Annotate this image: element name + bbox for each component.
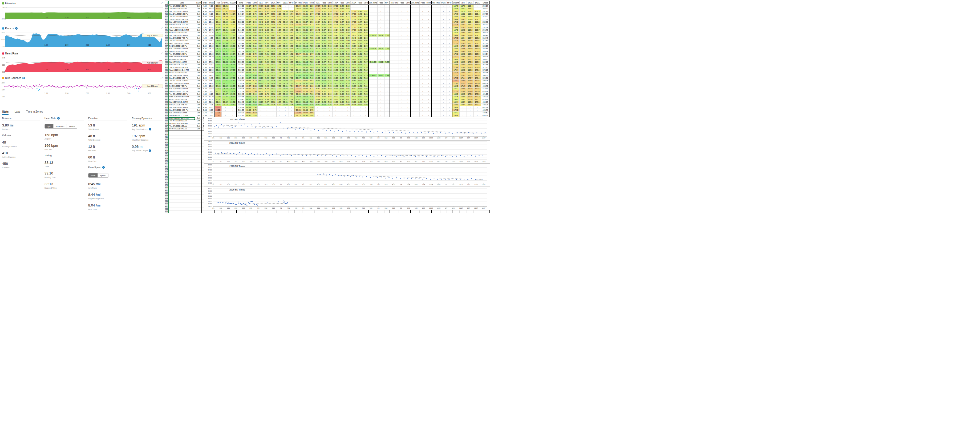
cell[interactable]: - bbox=[384, 40, 390, 42]
cell[interactable]: - bbox=[405, 80, 410, 82]
cell[interactable]: 26.00 bbox=[215, 45, 222, 48]
cell[interactable]: 167.2 bbox=[452, 88, 459, 90]
cell[interactable]: 169.7 bbox=[474, 42, 481, 45]
cell[interactable]: 344.84 bbox=[481, 53, 490, 56]
cell[interactable]: 8:26 bbox=[357, 64, 363, 66]
cell[interactable]: Mon 4/6/2026 9:00 AM bbox=[169, 122, 195, 125]
cell[interactable]: 08:32 bbox=[282, 69, 289, 72]
cell[interactable]: 6.97 bbox=[276, 104, 282, 106]
cell[interactable]: - bbox=[405, 106, 410, 109]
cell[interactable]: 6.84 bbox=[289, 34, 294, 37]
cell[interactable]: - bbox=[399, 13, 405, 16]
cell[interactable]: 8:46 bbox=[321, 96, 327, 98]
cell[interactable]: 08:35 bbox=[270, 96, 276, 98]
table-row[interactable]: 432Fri 2/6/2026 5:40 PMOut5.7121.1127.46… bbox=[165, 58, 490, 61]
cell[interactable]: 167.2 bbox=[452, 112, 459, 114]
cell[interactable]: - bbox=[399, 56, 405, 58]
cell[interactable] bbox=[410, 10, 419, 13]
cell[interactable]: 26:22 bbox=[294, 66, 302, 69]
cell[interactable]: Out bbox=[195, 69, 202, 72]
cell[interactable]: 169.2 bbox=[459, 34, 466, 37]
cell[interactable]: 28.51 bbox=[215, 77, 222, 80]
cell[interactable]: - bbox=[419, 98, 426, 101]
cell[interactable]: 27.25 bbox=[215, 53, 222, 56]
cell[interactable]: 272.02 bbox=[481, 16, 490, 18]
cell[interactable]: - bbox=[327, 109, 332, 112]
cell[interactable]: 168.3 bbox=[466, 13, 474, 16]
cell[interactable]: Out bbox=[195, 66, 202, 69]
cell[interactable]: - bbox=[419, 45, 426, 48]
cell[interactable]: Out bbox=[195, 24, 202, 26]
cell[interactable]: 7.05 bbox=[363, 50, 369, 53]
cell[interactable]: 6.71 bbox=[309, 88, 314, 90]
cell[interactable]: 26:08 bbox=[314, 48, 321, 50]
cell[interactable] bbox=[195, 147, 202, 149]
cell[interactable]: - bbox=[384, 112, 390, 114]
cell[interactable]: - bbox=[270, 109, 276, 112]
cell[interactable]: 08:50 bbox=[282, 29, 289, 32]
cell[interactable] bbox=[410, 66, 419, 69]
cell[interactable] bbox=[431, 8, 440, 10]
cell[interactable]: 08:16 bbox=[302, 96, 309, 98]
cell[interactable] bbox=[369, 26, 377, 29]
cell[interactable]: 169.2 bbox=[466, 29, 474, 32]
cell[interactable]: 7.08 bbox=[252, 48, 258, 50]
cell[interactable]: 25:48 bbox=[294, 69, 302, 72]
cell[interactable]: - bbox=[440, 50, 447, 53]
cell[interactable] bbox=[229, 211, 237, 213]
cell[interactable]: - bbox=[258, 106, 264, 109]
cell[interactable]: 6.90 bbox=[345, 26, 351, 29]
cell[interactable]: - bbox=[426, 48, 431, 50]
cell[interactable] bbox=[369, 114, 377, 117]
cell[interactable]: - bbox=[405, 77, 410, 80]
cell[interactable]: 25:38 bbox=[294, 45, 302, 48]
cell[interactable]: - bbox=[384, 10, 390, 13]
row-header[interactable]: 447 bbox=[165, 98, 169, 101]
cell[interactable] bbox=[410, 48, 419, 50]
cell[interactable] bbox=[431, 16, 440, 18]
cell[interactable]: - bbox=[405, 98, 410, 101]
cell[interactable]: 08:35 bbox=[270, 58, 276, 61]
cell[interactable] bbox=[309, 211, 314, 213]
cell[interactable]: 6.96 bbox=[289, 56, 294, 58]
cell[interactable]: 7.17 bbox=[363, 80, 369, 82]
cell[interactable]: 6.94 bbox=[252, 16, 258, 18]
cell[interactable]: 0:43:44 bbox=[237, 42, 245, 45]
cell[interactable]: 08:26 bbox=[270, 82, 276, 85]
cell[interactable]: 6.97 bbox=[276, 45, 282, 48]
cell[interactable]: 08:46 bbox=[258, 16, 264, 18]
cell[interactable] bbox=[431, 29, 440, 32]
cell[interactable]: 0:43:54 bbox=[237, 77, 245, 80]
cell[interactable]: 26:08 bbox=[294, 26, 302, 29]
cell[interactable]: - bbox=[419, 48, 426, 50]
cell[interactable]: 8:25 bbox=[357, 72, 363, 74]
cell[interactable]: - bbox=[384, 104, 390, 106]
cell[interactable]: - bbox=[419, 74, 426, 77]
column-header[interactable]: Shoes bbox=[481, 2, 490, 5]
column-header[interactable]: 21DA bbox=[282, 2, 289, 5]
cell[interactable]: 08:31 bbox=[258, 85, 264, 88]
cell[interactable] bbox=[431, 98, 440, 101]
cell[interactable]: 8:30 bbox=[321, 42, 327, 45]
run-cadence-chart[interactable]: 2001801601.001.502.002.503.003.50Avg: 19… bbox=[0, 81, 164, 98]
cell[interactable]: 254.37 bbox=[481, 5, 490, 8]
cell[interactable]: 14.20 bbox=[208, 42, 215, 45]
cell[interactable]: 26:34 bbox=[332, 93, 339, 96]
cell[interactable] bbox=[195, 181, 202, 184]
cell[interactable]: 339.64 bbox=[481, 50, 490, 53]
cell[interactable]: 10.60 bbox=[208, 66, 215, 69]
cell[interactable]: - bbox=[332, 106, 339, 109]
cell[interactable]: 6.93 bbox=[276, 40, 282, 42]
cell[interactable]: 6.67 bbox=[252, 88, 258, 90]
cell[interactable]: 08:15 bbox=[302, 64, 309, 66]
cell[interactable]: 20.91 bbox=[215, 98, 222, 101]
cell[interactable]: 08:53 bbox=[302, 109, 309, 112]
cell[interactable]: - bbox=[440, 109, 447, 112]
cell[interactable]: 171.0 bbox=[466, 82, 474, 85]
cell[interactable]: 27:21 bbox=[314, 93, 321, 96]
cell[interactable] bbox=[195, 130, 202, 133]
cell[interactable]: - bbox=[419, 42, 426, 45]
cell[interactable]: 8:27 bbox=[357, 66, 363, 69]
cell[interactable]: 08:34 bbox=[245, 34, 252, 37]
cell[interactable]: - bbox=[264, 109, 270, 112]
